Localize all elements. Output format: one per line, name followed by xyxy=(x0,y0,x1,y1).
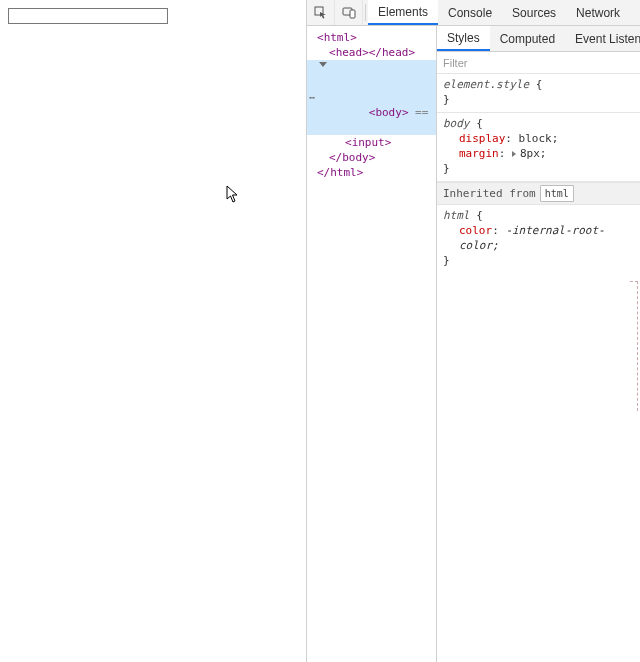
dom-node-head[interactable]: <head></head> xyxy=(307,45,436,60)
styles-tabs: Styles Computed Event Listeners xyxy=(437,26,640,52)
dom-node-html-close[interactable]: </html> xyxy=(307,165,436,180)
devtools: Elements Console Sources Network <html> … xyxy=(307,0,640,662)
decl-val: 8px; xyxy=(520,147,547,160)
cursor-icon xyxy=(226,185,240,203)
brace-close: } xyxy=(443,254,450,267)
rule-body[interactable]: body { display: block; margin: 8px; } xyxy=(437,113,640,182)
brace-open: { xyxy=(536,78,543,91)
devtools-tabs: Elements Console Sources Network xyxy=(368,0,630,25)
styles-tab-styles[interactable]: Styles xyxy=(437,26,490,51)
devtools-toolbar: Elements Console Sources Network xyxy=(307,0,640,26)
dom-node-body-close[interactable]: </body> xyxy=(307,150,436,165)
page-content xyxy=(0,0,307,662)
brace-close: } xyxy=(443,162,450,175)
rule-element-style[interactable]: element.style { } xyxy=(437,74,640,113)
decl-display[interactable]: display: block; xyxy=(443,131,634,146)
dom-tree[interactable]: <html> <head></head> ⋯ <body> == $0 <inp… xyxy=(307,26,437,662)
tab-network[interactable]: Network xyxy=(566,0,630,25)
device-icon xyxy=(342,6,356,20)
inspect-element-button[interactable] xyxy=(307,0,335,25)
tab-elements[interactable]: Elements xyxy=(368,0,438,25)
styles-tab-computed[interactable]: Computed xyxy=(490,26,565,51)
tab-console[interactable]: Console xyxy=(438,0,502,25)
box-model-area xyxy=(437,273,640,662)
dollar-zero-label: == $0 xyxy=(409,106,438,119)
tab-sources[interactable]: Sources xyxy=(502,0,566,25)
rendered-input[interactable] xyxy=(8,8,168,24)
toggle-device-button[interactable] xyxy=(335,0,363,25)
styles-filter-input[interactable]: Filter xyxy=(437,52,640,74)
rule-selector: element.style xyxy=(443,78,529,91)
decl-prop: margin xyxy=(459,147,499,160)
inspect-icon xyxy=(314,6,328,20)
dom-node-html-open[interactable]: <html> xyxy=(307,30,436,45)
styles-rules: element.style { } body { display: block;… xyxy=(437,74,640,273)
inherited-from-label: Inherited from xyxy=(443,186,536,201)
brace-open: { xyxy=(476,209,483,222)
styles-panel: Styles Computed Event Listeners Filter e… xyxy=(437,26,640,662)
styles-tab-event-listeners[interactable]: Event Listeners xyxy=(565,26,640,51)
decl-prop: color xyxy=(459,224,492,237)
inherited-from-bar: Inherited from html xyxy=(437,182,640,205)
dom-node-body-open[interactable]: ⋯ <body> == $0 xyxy=(307,60,436,135)
decl-prop: display xyxy=(459,132,505,145)
box-model-outline xyxy=(630,281,638,411)
chevron-down-icon[interactable] xyxy=(319,62,327,67)
decl-color[interactable]: color: -internal-root-color; xyxy=(443,223,634,253)
decl-margin[interactable]: margin: 8px; xyxy=(443,146,634,161)
rule-html[interactable]: html { color: -internal-root-color; } xyxy=(437,205,640,273)
expand-icon[interactable] xyxy=(512,151,516,157)
inherited-from-chip[interactable]: html xyxy=(540,185,574,202)
dom-node-input[interactable]: <input> xyxy=(307,135,436,150)
rule-selector: html xyxy=(443,209,470,222)
rule-selector: body xyxy=(443,117,470,130)
brace-close: } xyxy=(443,93,450,106)
ellipsis-icon[interactable]: ⋯ xyxy=(307,60,317,135)
svg-rect-2 xyxy=(350,10,355,18)
toolbar-divider xyxy=(365,4,366,21)
decl-val: block; xyxy=(519,132,559,145)
brace-open: { xyxy=(476,117,483,130)
